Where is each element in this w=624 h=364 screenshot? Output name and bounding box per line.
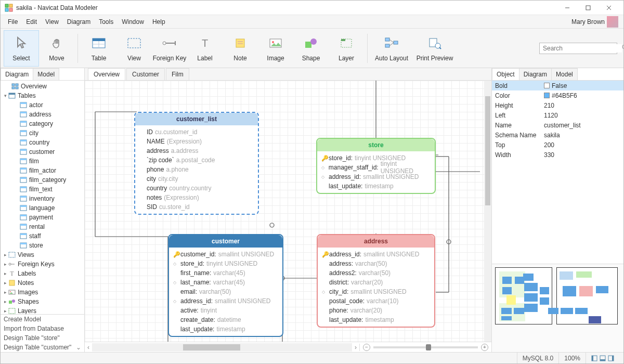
tree-labels[interactable]: ▸TLabels — [1, 269, 84, 278]
tool-foreign-key[interactable]: Foreign Key — [152, 30, 187, 67]
recent-item[interactable]: Design Table "customer"⌄ — [1, 343, 84, 352]
entity-column[interactable]: district: varchar(20) — [322, 278, 430, 287]
entity-column[interactable]: `zip code` a.postal_code — [139, 155, 254, 165]
property-row[interactable]: Width330 — [492, 150, 623, 160]
search-input[interactable] — [542, 44, 622, 53]
layout-icon-2[interactable] — [600, 355, 606, 361]
entity-column[interactable]: SID cu.store_id — [139, 202, 254, 212]
property-row[interactable]: Bold False — [492, 81, 623, 90]
entity-column[interactable]: phone a.phone — [139, 165, 254, 174]
entity-column[interactable]: ◇store_id: tinyint UNSIGNED — [173, 259, 278, 268]
zoom-in-button[interactable]: + — [481, 344, 488, 351]
tree-table-item[interactable]: language — [1, 203, 84, 213]
tree-tables[interactable]: ▾Tables — [1, 91, 84, 100]
menu-tools[interactable]: Tools — [95, 16, 118, 28]
tree-overview[interactable]: Overview — [1, 82, 84, 91]
search-box[interactable] — [539, 43, 617, 54]
recent-item[interactable]: Design Table "store" — [1, 333, 84, 343]
property-grid[interactable]: Bold FalseColor #64B5F6Height210Left1120… — [492, 81, 623, 264]
close-button[interactable] — [599, 1, 619, 15]
menu-file[interactable]: File — [4, 16, 22, 28]
recent-item[interactable]: Import from Database — [1, 324, 84, 333]
chevron-right-icon[interactable]: ▸ — [3, 262, 8, 267]
canvas-tab-customer[interactable]: Customer — [126, 68, 165, 80]
tree-shapes[interactable]: ▸Shapes — [1, 297, 84, 306]
tool-label[interactable]: T Label — [187, 30, 223, 67]
minimize-button[interactable] — [557, 1, 578, 15]
recent-item[interactable]: Create Model — [1, 315, 84, 324]
scroll-left-button[interactable]: ‹ — [85, 344, 92, 351]
entity-column[interactable]: ◇city_id: smallint UNSIGNED — [322, 287, 430, 296]
entity-column[interactable]: address2: varchar(50) — [322, 268, 430, 278]
maximize-button[interactable] — [578, 1, 599, 15]
scroll-right-button[interactable]: › — [352, 344, 359, 351]
tree-views[interactable]: ▸Views — [1, 250, 84, 259]
entity-column[interactable]: ID cu.customer_id — [139, 127, 254, 137]
entity-column[interactable]: phone: varchar(20) — [322, 306, 430, 315]
diagram-canvas[interactable]: customer_list ID cu.customer_id NAME (Ex… — [85, 81, 491, 342]
tab-diagram[interactable]: Diagram — [1, 68, 33, 80]
status-layout-icons[interactable] — [586, 353, 619, 363]
tree-table-item[interactable]: film_category — [1, 175, 84, 185]
entity-column[interactable]: first_name: varchar(45) — [173, 268, 278, 278]
tree-table-item[interactable]: staff — [1, 231, 84, 241]
entity-column[interactable]: notes (Expression) — [139, 193, 254, 202]
entity-column[interactable]: last_update: timestamp — [173, 324, 278, 334]
tree-table-item[interactable]: store — [1, 241, 84, 250]
tab-object[interactable]: Object — [492, 68, 519, 80]
entity-column[interactable]: country country.country — [139, 184, 254, 193]
entity-customer[interactable]: customer 🔑customer_id: smallint UNSIGNED… — [168, 234, 283, 337]
tree-view[interactable]: Overview ▾Tables actoraddresscategorycit… — [1, 81, 84, 314]
tree-layers[interactable]: ▸Layers — [1, 306, 84, 314]
menu-view[interactable]: View — [41, 16, 63, 28]
entity-address[interactable]: address 🔑address_id: smallint UNSIGNED a… — [317, 234, 435, 328]
entity-column[interactable]: address: varchar(50) — [322, 259, 430, 268]
tree-table-item[interactable]: rental — [1, 222, 84, 231]
menu-window[interactable]: Window — [118, 16, 148, 28]
property-row[interactable]: Color #64B5F6 — [492, 90, 623, 100]
tree-table-item[interactable]: country — [1, 138, 84, 147]
entity-column[interactable]: last_update: timestamp — [322, 315, 430, 324]
canvas-v-scrollbar[interactable] — [484, 81, 491, 342]
entity-column[interactable]: address a.address — [139, 146, 254, 155]
entity-column[interactable]: ◇last_name: varchar(45) — [173, 278, 278, 287]
tool-layer[interactable]: Layer — [329, 30, 364, 67]
property-row[interactable]: Namecustomer_list — [492, 120, 623, 130]
layout-icon-3[interactable] — [608, 355, 614, 361]
tab-diagram-right[interactable]: Diagram — [519, 68, 552, 80]
property-row[interactable]: Top200 — [492, 140, 623, 150]
tree-foreign-keys[interactable]: ▸Foreign Keys — [1, 259, 84, 269]
property-row[interactable]: Height210 — [492, 100, 623, 110]
tree-table-item[interactable]: payment — [1, 213, 84, 222]
entity-column[interactable]: postal_code: varchar(10) — [322, 296, 430, 306]
entity-column[interactable]: active: tinyint — [173, 306, 278, 315]
property-row[interactable]: Schema Namesakila — [492, 130, 623, 140]
entity-column[interactable]: 🔑customer_id: smallint UNSIGNED — [173, 250, 278, 259]
canvas-tab-film[interactable]: Film — [166, 68, 189, 80]
entity-column[interactable]: 🔑address_id: smallint UNSIGNED — [322, 250, 430, 259]
entity-column[interactable]: last_update: timestamp — [321, 181, 431, 191]
menu-diagram[interactable]: Diagram — [63, 16, 95, 28]
zoom-out-button[interactable]: − — [363, 344, 370, 351]
tool-select[interactable]: Select — [4, 30, 39, 67]
tool-auto-layout[interactable]: Auto Layout — [371, 30, 412, 67]
tool-shape[interactable]: Shape — [293, 30, 329, 67]
zoom-slider[interactable] — [373, 346, 478, 348]
tool-view[interactable]: View — [116, 30, 152, 67]
entity-column[interactable]: NAME (Expression) — [139, 137, 254, 146]
tree-table-item[interactable]: film — [1, 157, 84, 166]
tree-table-item[interactable]: address — [1, 110, 84, 119]
chevron-right-icon[interactable]: ▸ — [3, 290, 8, 295]
canvas-h-scrollbar[interactable] — [92, 343, 352, 352]
entity-column[interactable]: create_date: datetime — [173, 315, 278, 324]
tab-model-right[interactable]: Model — [551, 68, 578, 80]
chevron-down-icon[interactable]: ▾ — [3, 93, 8, 98]
entity-customer-list[interactable]: customer_list ID cu.customer_id NAME (Ex… — [134, 112, 259, 215]
chevron-right-icon[interactable]: ▸ — [3, 280, 8, 285]
property-row[interactable]: Left1120 — [492, 110, 623, 120]
layout-icon-1[interactable] — [591, 355, 597, 361]
tree-table-item[interactable]: inventory — [1, 194, 84, 203]
tool-note[interactable]: Note — [223, 30, 258, 67]
tool-move[interactable]: Move — [39, 30, 74, 67]
menu-edit[interactable]: Edit — [22, 16, 41, 28]
